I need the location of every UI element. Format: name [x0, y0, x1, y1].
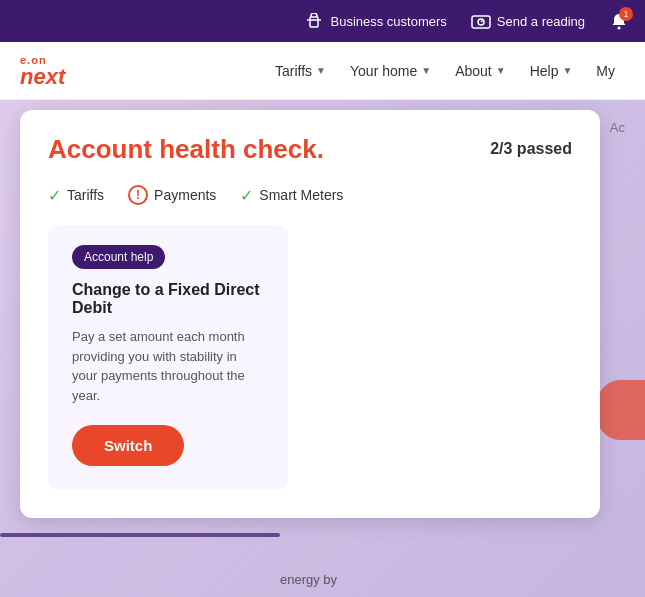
meter-icon — [471, 11, 491, 31]
nav-tariffs[interactable]: Tariffs ▼ — [265, 55, 336, 87]
chevron-down-icon: ▼ — [496, 65, 506, 76]
business-customers-label: Business customers — [330, 14, 446, 29]
main-content: We 192 G... Ac t paym... paymement iss a… — [0, 100, 645, 597]
top-bar: Business customers Send a reading 1 — [0, 0, 645, 42]
payments-check: ! Payments — [128, 185, 216, 205]
notifications-button[interactable]: 1 — [609, 11, 629, 31]
health-card-header: Account health check. 2/3 passed — [48, 134, 572, 165]
smart-meters-check: ✓ Smart Meters — [240, 186, 343, 205]
nav-items: Tariffs ▼ Your home ▼ About ▼ Help ▼ My — [265, 55, 625, 87]
payments-check-label: Payments — [154, 187, 216, 203]
tariffs-check-label: Tariffs — [67, 187, 104, 203]
health-checks-row: ✓ Tariffs ! Payments ✓ Smart Meters — [48, 185, 572, 205]
account-help-badge: Account help — [72, 245, 165, 269]
health-check-card: Account health check. 2/3 passed ✓ Tarif… — [20, 110, 600, 518]
briefcase-icon — [304, 11, 324, 31]
svg-rect-0 — [310, 17, 318, 27]
bottom-energy-text: energy by — [280, 572, 337, 587]
warning-icon: ! — [128, 185, 148, 205]
chevron-down-icon: ▼ — [421, 65, 431, 76]
svg-point-5 — [618, 27, 621, 30]
health-check-title: Account health check. — [48, 134, 324, 165]
health-passed-count: 2/3 passed — [490, 140, 572, 158]
account-help-description: Pay a set amount each month providing yo… — [72, 327, 264, 405]
nav-your-home[interactable]: Your home ▼ — [340, 55, 441, 87]
chevron-down-icon: ▼ — [562, 65, 572, 76]
svg-line-4 — [481, 20, 483, 22]
account-help-title: Change to a Fixed Direct Debit — [72, 281, 264, 317]
notification-count: 1 — [619, 7, 633, 21]
switch-button[interactable]: Switch — [72, 425, 184, 466]
account-help-card: Account help Change to a Fixed Direct De… — [48, 225, 288, 490]
nav-bar: e.on next Tariffs ▼ Your home ▼ About ▼ … — [0, 42, 645, 100]
nav-about[interactable]: About ▼ — [445, 55, 516, 87]
send-reading-label: Send a reading — [497, 14, 585, 29]
logo[interactable]: e.on next — [20, 54, 65, 88]
nav-my[interactable]: My — [586, 55, 625, 87]
tariffs-check: ✓ Tariffs — [48, 186, 104, 205]
checkmark-icon: ✓ — [48, 186, 61, 205]
logo-next-text: next — [20, 66, 65, 88]
business-customers-link[interactable]: Business customers — [304, 11, 446, 31]
send-reading-link[interactable]: Send a reading — [471, 11, 585, 31]
checkmark-icon: ✓ — [240, 186, 253, 205]
smart-meters-check-label: Smart Meters — [259, 187, 343, 203]
chevron-down-icon: ▼ — [316, 65, 326, 76]
nav-help[interactable]: Help ▼ — [520, 55, 583, 87]
